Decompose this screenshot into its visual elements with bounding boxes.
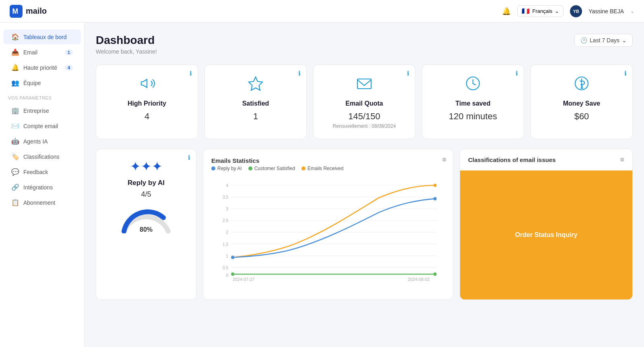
svg-marker-2 [249,77,262,90]
chart-legend: Reply by AI Customer Satisfied Emails Re… [211,166,445,171]
logo-icon: M [10,5,23,18]
top-navigation: M mailo 🔔 🇫🇷 Français ⌄ YB Yassine BEJA … [0,0,644,23]
sidebar-email-badge: 1 [65,50,73,55]
date-filter-label: Last 7 Days [590,37,619,44]
svg-point-26 [433,184,437,187]
svg-point-29 [231,256,234,259]
svg-text:0.5: 0.5 [223,265,229,270]
chart-legend-item: Reply by AI [211,166,242,171]
email-statistics-card: Emails Statistics ≡ Reply by AI Customer… [203,149,453,300]
sidebar-entreprise-icon: 🏢 [11,107,19,114]
legend-dot [248,166,252,170]
language-chevron-icon: ⌄ [555,8,559,14]
svg-point-31 [433,272,437,276]
sidebar-item-classifications[interactable]: 🏷️ Classifications [3,149,81,164]
legend-dot [211,166,215,170]
settings-section-label: Vos paramètres [0,91,84,103]
svg-point-30 [231,272,234,276]
sidebar-tableaux-label: Tableaux de bord [23,34,66,40]
user-menu-chevron-icon[interactable]: ⌄ [630,8,634,14]
sidebar-haute-icon: 🔔 [11,64,19,71]
stat-label: Time saved [456,100,491,107]
user-name: Yassine BEJA [588,8,624,15]
page-title: Dashboard [96,34,157,47]
svg-text:2: 2 [226,230,229,235]
sidebar-abonnement-label: Abonnement [23,199,55,206]
sidebar-item-entreprise[interactable]: 🏢 Entreprise [3,103,81,118]
sidebar-item-equipe[interactable]: 👥 Équipe [3,75,81,90]
sidebar-classifications-icon: 🏷️ [11,153,19,160]
date-filter-chevron-icon: ⌄ [622,37,627,44]
stat-label: Email Quota [345,100,383,107]
sidebar-item-feedback[interactable]: 💬 Feedback [3,164,81,179]
classif-menu-icon[interactable]: ≡ [620,156,624,164]
dollar-icon [573,75,590,96]
chart-legend-item: Customer Satisfied [248,166,295,171]
stat-label: High Priority [128,100,166,107]
stat-card-money-save: ℹ Money Save $60 [530,64,633,139]
svg-text:M: M [12,7,18,15]
sidebar-classifications-label: Classifications [23,154,59,160]
stat-info-icon[interactable]: ℹ [516,70,518,77]
main-content: Dashboard Welcome back, Yassine! 🕐 Last … [85,23,644,347]
sidebar-item-integrations[interactable]: 🔗 Intégrations [3,180,81,195]
sidebar-item-tableaux[interactable]: 🏠 Tableaux de bord [3,29,81,44]
stat-card-high-priority: ℹ High Priority 4 [96,64,198,139]
stat-value: 1 [253,111,258,122]
stat-label: Satisfied [242,100,269,107]
svg-text:1.5: 1.5 [223,241,229,246]
stat-info-icon[interactable]: ℹ [298,70,301,77]
svg-text:3.5: 3.5 [223,195,229,199]
sidebar-agents-label: Agents IA [23,138,48,145]
sidebar-compte-icon: ✉️ [11,122,19,130]
classif-header: Classifications of email issues ≡ [460,149,632,170]
chart-title: Emails Statistics [211,157,445,164]
sidebar-agents-icon: 🤖 [11,137,19,145]
logo-text: mailo [26,6,47,16]
legend-label: Reply by AI [217,166,242,171]
legend-dot [301,166,305,170]
ai-card-info-icon[interactable]: ℹ [188,154,190,161]
clock-filter-icon: 🕐 [580,37,587,44]
stat-info-icon[interactable]: ℹ [624,70,627,77]
logo: M mailo [10,5,47,18]
sidebar-item-agents[interactable]: 🤖 Agents IA [3,134,81,149]
classif-title: Classifications of email issues [468,156,556,163]
gauge: 80% [120,205,172,233]
chart-menu-icon[interactable]: ≡ [442,156,446,164]
stat-sub: Renouvellement : 08/08/2024 [333,123,396,129]
ai-stars-icon: ✦✦✦ [130,159,163,174]
stat-info-icon[interactable]: ℹ [190,70,192,77]
sidebar-compte-label: Compte email [23,123,58,129]
classif-content: Order Status Inquiry [460,170,632,299]
sidebar-item-email[interactable]: 📥 Email 1 [3,45,81,60]
sidebar-item-abonnement[interactable]: 📋 Abonnement [3,195,81,210]
sidebar-integrations-label: Intégrations [23,184,53,191]
sidebar: 🏠 Tableaux de bord 📥 Email 1 🔔 Haute pri… [0,23,85,347]
language-label: Français [532,8,552,14]
svg-text:3: 3 [226,206,229,211]
stat-cards-row: ℹ High Priority 4 ℹ Satisfied 1 ℹ Email … [96,64,633,139]
svg-rect-3 [357,79,371,89]
svg-text:0: 0 [226,272,229,277]
flag-icon: 🇫🇷 [522,7,530,15]
notification-bell-icon[interactable]: 🔔 [502,7,511,16]
bottom-row: ℹ ✦✦✦ Reply by AI 4/5 80% Emails Statist… [96,149,633,300]
svg-point-27 [433,197,437,200]
stat-label: Money Save [563,100,600,107]
sidebar-equipe-icon: 👥 [11,79,19,87]
sidebar-haute-badge: 4 [65,65,73,71]
legend-label: Customer Satisfied [254,166,295,171]
chart-svg: 4 3.5 3 2.5 2 1.5 1 0.5 0 2024-07-27 202… [211,177,445,282]
legend-label: Emails Received [308,166,343,171]
stat-value: 145/150 [348,111,380,122]
language-selector[interactable]: 🇫🇷 Français ⌄ [517,5,564,17]
sidebar-item-compte[interactable]: ✉️ Compte email [3,118,81,133]
stat-info-icon[interactable]: ℹ [407,70,409,77]
sidebar-item-haute[interactable]: 🔔 Haute priorité 4 [3,60,81,75]
topnav-right: 🔔 🇫🇷 Français ⌄ YB Yassine BEJA ⌄ [502,5,634,17]
date-filter[interactable]: 🕐 Last 7 Days ⌄ [574,34,633,47]
sidebar-email-label: Email [23,49,37,56]
gauge-percent-text: 80% [140,226,153,233]
page-header: Dashboard Welcome back, Yassine! 🕐 Last … [96,34,633,55]
